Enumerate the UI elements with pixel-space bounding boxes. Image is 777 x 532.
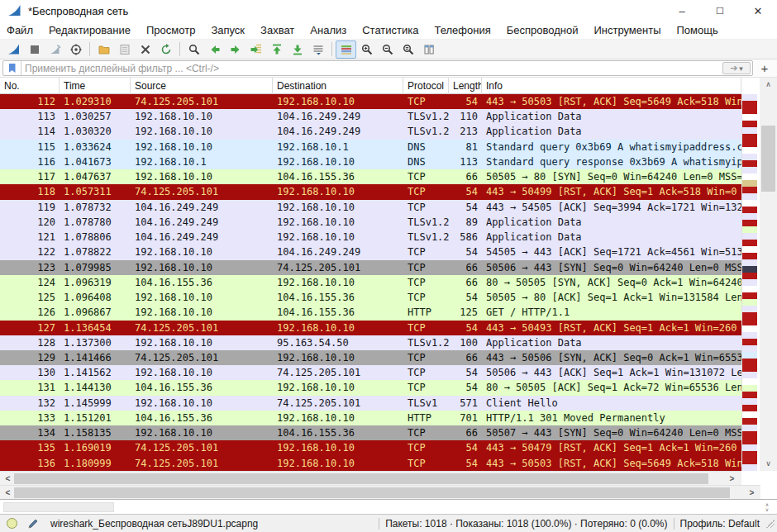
packet-row-119[interactable]: 1191.078732104.16.249.249192.168.10.10TC… bbox=[0, 200, 741, 215]
open-file-icon[interactable] bbox=[93, 40, 114, 59]
profile-label[interactable]: Профиль: Default bbox=[680, 518, 760, 530]
display-filter-input[interactable] bbox=[21, 62, 722, 74]
scroll-right-icon[interactable]: > bbox=[746, 487, 758, 499]
menu-edit[interactable]: Редактирование bbox=[49, 24, 131, 36]
menu-analyze[interactable]: Анализ bbox=[310, 24, 346, 36]
cell-length: 701 bbox=[449, 411, 482, 425]
column-header-time[interactable]: Time bbox=[60, 78, 131, 94]
close-button[interactable]: ✕ bbox=[739, 0, 777, 21]
filter-bookmark-button[interactable] bbox=[3, 61, 21, 75]
minimize-button[interactable]: – bbox=[663, 0, 701, 21]
menu-tools[interactable]: Инструменты bbox=[593, 24, 660, 36]
packet-row-116[interactable]: 1161.041673192.168.10.1192.168.10.10DNS1… bbox=[0, 154, 741, 169]
zoom-out-icon[interactable] bbox=[377, 40, 398, 59]
menu-go[interactable]: Запуск bbox=[211, 24, 245, 36]
packet-row-118[interactable]: 1181.05731174.125.205.101192.168.10.10TC… bbox=[0, 184, 741, 199]
packet-row-115[interactable]: 1151.033624192.168.10.10192.168.10.1DNS8… bbox=[0, 140, 741, 154]
column-header-destination[interactable]: Destination bbox=[273, 78, 403, 94]
packet-row-112[interactable]: 1121.02931074.125.205.101192.168.10.10TC… bbox=[0, 94, 741, 109]
menu-file[interactable]: Файл bbox=[7, 24, 33, 36]
capture-comment-pencil-icon[interactable] bbox=[27, 518, 39, 530]
go-back-icon[interactable] bbox=[204, 40, 225, 59]
packet-row-122[interactable]: 1221.078822192.168.10.10104.16.249.249TC… bbox=[0, 245, 741, 259]
cell-source: 192.168.10.10 bbox=[131, 290, 273, 305]
cell-time: 1.029310 bbox=[60, 94, 131, 109]
collapsed-pane-selection[interactable] bbox=[3, 502, 114, 512]
packet-row-117[interactable]: 1171.047637192.168.10.10104.16.155.36TCP… bbox=[0, 169, 741, 184]
packet-row-121[interactable]: 1211.078806104.16.249.249192.168.10.10TL… bbox=[0, 230, 741, 245]
horizontal-scrollbar-thumb[interactable] bbox=[14, 487, 730, 498]
expert-info-icon[interactable] bbox=[7, 518, 17, 529]
scroll-left-icon[interactable]: < bbox=[2, 487, 14, 499]
go-last-packet-icon[interactable] bbox=[287, 40, 307, 59]
go-forward-icon[interactable] bbox=[225, 40, 245, 59]
capture-options-icon[interactable] bbox=[65, 40, 86, 59]
zoom-normal-icon[interactable] bbox=[398, 40, 418, 59]
packet-row-120[interactable]: 1201.078780104.16.249.249192.168.10.10TL… bbox=[0, 215, 741, 230]
cell-source: 192.168.10.10 bbox=[131, 140, 273, 154]
go-first-packet-icon[interactable] bbox=[266, 40, 287, 59]
scroll-up-icon[interactable]: ∧ bbox=[760, 78, 777, 91]
packet-row-125[interactable]: 1251.096408192.168.10.10104.16.155.36TCP… bbox=[0, 290, 741, 305]
packet-row-126[interactable]: 1261.096867192.168.10.10104.16.155.36HTT… bbox=[0, 305, 741, 320]
packet-row-128[interactable]: 1281.137300192.168.10.1095.163.54.50TLSv… bbox=[0, 335, 741, 350]
packet-row-132[interactable]: 1321.145999192.168.10.1074.125.205.101TL… bbox=[0, 396, 741, 411]
scroll-down-icon[interactable]: ∨ bbox=[760, 458, 777, 470]
reload-file-icon[interactable] bbox=[155, 40, 176, 59]
zoom-in-icon[interactable] bbox=[356, 40, 377, 59]
maximize-button[interactable]: ☐ bbox=[701, 0, 739, 21]
packet-row-123[interactable]: 1231.079985192.168.10.1074.125.205.101TC… bbox=[0, 260, 741, 275]
horizontal-scrollbar-thumb[interactable] bbox=[14, 473, 708, 484]
add-filter-button-plus-icon[interactable]: + bbox=[756, 60, 773, 76]
scroll-left-icon[interactable]: < bbox=[2, 473, 14, 485]
vertical-scrollbar-thumb[interactable] bbox=[761, 126, 775, 192]
stop-capture-icon[interactable] bbox=[24, 40, 45, 59]
packet-row-133[interactable]: 1331.151201104.16.155.36192.168.10.10HTT… bbox=[0, 411, 741, 425]
scroll-right-icon[interactable]: > bbox=[726, 473, 738, 485]
intelligent-scrollbar-minimap[interactable] bbox=[741, 94, 757, 471]
packet-row-129[interactable]: 1291.14146674.125.205.101192.168.10.10TC… bbox=[0, 350, 741, 365]
packet-row-124[interactable]: 1241.096319104.16.155.36192.168.10.10TCP… bbox=[0, 275, 741, 290]
cell-source: 74.125.205.101 bbox=[131, 184, 273, 199]
horizontal-scrollbar-1[interactable]: < > bbox=[0, 471, 741, 485]
packet-row-114[interactable]: 1141.030320192.168.10.10104.16.249.249TL… bbox=[0, 124, 741, 139]
apply-filter-button[interactable]: ➔▾ bbox=[722, 62, 751, 74]
resize-grip[interactable] bbox=[766, 520, 775, 528]
vertical-scrollbar[interactable]: ∧ ∨ bbox=[760, 78, 777, 471]
packet-row-113[interactable]: 1131.030257192.168.10.10104.16.249.249TL… bbox=[0, 109, 741, 124]
packet-row-130[interactable]: 1301.141562192.168.10.1074.125.205.101TC… bbox=[0, 365, 741, 380]
column-header-length[interactable]: Length bbox=[449, 78, 482, 94]
packet-row-136[interactable]: 1361.18099974.125.205.101192.168.10.10TC… bbox=[0, 456, 741, 471]
menu-statistics[interactable]: Статистика bbox=[362, 24, 418, 36]
menu-capture[interactable]: Захват bbox=[260, 24, 294, 36]
packet-row-127[interactable]: 1271.13645474.125.205.101192.168.10.10TC… bbox=[0, 321, 741, 335]
save-file-icon[interactable] bbox=[114, 40, 135, 59]
restart-capture-icon[interactable] bbox=[45, 40, 65, 59]
cell-info: Application Data bbox=[482, 335, 741, 350]
auto-scroll-icon[interactable] bbox=[307, 40, 328, 59]
filter-dropdown-caret-icon[interactable]: ▾ bbox=[739, 64, 743, 73]
colorize-packets-icon[interactable] bbox=[336, 40, 356, 59]
find-packet-icon[interactable] bbox=[184, 40, 204, 59]
resize-columns-icon[interactable] bbox=[418, 40, 439, 59]
menu-view[interactable]: Просмотр bbox=[146, 24, 195, 36]
column-header-info[interactable]: Info bbox=[482, 78, 741, 94]
menu-telephony[interactable]: Телефония bbox=[434, 24, 490, 36]
collapsed-pane-scrollbar[interactable]: ∧ ∨ bbox=[762, 500, 772, 515]
column-header-protocol[interactable]: Protocol bbox=[403, 78, 449, 94]
menu-help[interactable]: Помощь bbox=[677, 24, 718, 36]
column-header-no[interactable]: No. bbox=[0, 78, 60, 94]
packet-row-134[interactable]: 1341.158135192.168.10.10104.16.155.36TCP… bbox=[0, 425, 741, 440]
minimap-stripe bbox=[742, 213, 757, 220]
menu-wireless[interactable]: Беспроводной bbox=[507, 24, 579, 36]
scroll-down-icon[interactable]: ∨ bbox=[765, 507, 769, 512]
packet-row-131[interactable]: 1311.144130104.16.155.36192.168.10.10TCP… bbox=[0, 380, 741, 395]
cell-length: 66 bbox=[449, 350, 482, 365]
minimap-stripe bbox=[742, 140, 757, 147]
go-to-packet-icon[interactable] bbox=[245, 40, 266, 59]
start-capture-icon[interactable] bbox=[3, 40, 24, 59]
column-header-source[interactable]: Source bbox=[131, 78, 273, 94]
packet-row-135[interactable]: 1351.16901974.125.205.101192.168.10.10TC… bbox=[0, 440, 741, 455]
horizontal-scrollbar-2[interactable]: < > bbox=[0, 485, 760, 499]
close-file-icon[interactable] bbox=[135, 40, 155, 59]
